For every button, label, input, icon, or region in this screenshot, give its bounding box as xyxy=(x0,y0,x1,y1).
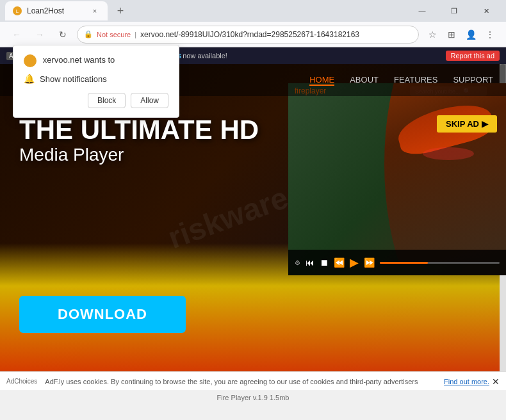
address-actions: ☆ ⊞ 👤 ⋮ xyxy=(424,26,498,43)
notif-favicon-icon xyxy=(24,54,37,67)
notification-buttons: Block Allow xyxy=(24,93,168,108)
hero-subtitle: Media Player xyxy=(19,145,259,165)
progress-bar[interactable] xyxy=(380,262,500,264)
tab-favicon: L xyxy=(13,6,22,15)
tab-close-button[interactable]: × xyxy=(90,6,100,16)
available-text: now available! xyxy=(183,52,227,60)
sunglasses-figure xyxy=(423,147,474,160)
close-button[interactable]: ✕ xyxy=(471,0,501,22)
allow-button[interactable]: Allow xyxy=(131,93,168,108)
url-bar[interactable]: 🔒 Not secure | xervoo.net/-89918UIJO/310… xyxy=(77,26,419,44)
url-text: xervoo.net/-89918UIJO/310kd?rndad=298525… xyxy=(140,30,412,39)
video-thumbnail: fireplayer Search youtube... 🔍 ⚙ ⏮ ⏹ ⏪ ▶… xyxy=(288,83,506,275)
adfly-text: AdF.ly uses cookies. By continuing to br… xyxy=(45,378,441,385)
report-ad-button[interactable]: Report this ad xyxy=(446,51,500,61)
rewind-button[interactable]: ⏮ xyxy=(306,257,314,268)
skip-ad-button[interactable]: SKIP AD ▶ xyxy=(437,115,497,133)
back-button[interactable]: ← xyxy=(8,26,26,44)
download-button[interactable]: DOWNLOAD xyxy=(19,296,186,333)
refresh-button[interactable]: ↻ xyxy=(54,26,72,44)
minimize-button[interactable]: — xyxy=(407,0,437,22)
bookmark-star-button[interactable]: ☆ xyxy=(424,26,441,43)
lock-icon: 🔒 xyxy=(84,30,93,38)
prev-button[interactable]: ⏪ xyxy=(334,257,345,268)
forward-button[interactable]: → xyxy=(31,26,49,44)
stop-button[interactable]: ⏹ xyxy=(320,257,329,268)
settings-icon[interactable]: ⚙ xyxy=(295,259,300,266)
play-button[interactable]: ▶ xyxy=(350,255,359,270)
menu-home[interactable]: HOME xyxy=(309,75,334,86)
window-controls: — ❐ ✕ xyxy=(407,0,501,22)
browser-tab[interactable]: L Loan2Host × xyxy=(5,1,108,20)
hero-section: THE ULTIMATE HD Media Player xyxy=(19,115,259,165)
notification-permission-text: Show notifications xyxy=(40,74,107,84)
page-menu: HOME ABOUT FEATURES SUPPORT xyxy=(309,75,493,86)
not-secure-label: Not secure xyxy=(97,31,131,38)
tab-title: Loan2Host xyxy=(27,6,64,15)
bottom-bar: AdChoices AdF.ly uses cookies. By contin… xyxy=(0,371,506,391)
bookmark-list-button[interactable]: ⊞ xyxy=(443,26,460,43)
account-button[interactable]: 👤 xyxy=(462,26,479,43)
skip-ad-arrow: ▶ xyxy=(482,119,488,129)
hero-title: THE ULTIMATE HD xyxy=(19,115,259,145)
restore-button[interactable]: ❐ xyxy=(439,0,469,22)
status-bar: Fire Player v.1.9 1.5mb xyxy=(0,391,506,403)
next-button[interactable]: ⏩ xyxy=(364,257,375,268)
block-button[interactable]: Block xyxy=(88,93,126,108)
bell-icon: 🔔 xyxy=(24,74,35,84)
notification-popup: xervoo.net wants to 🔔 Show notifications… xyxy=(13,45,179,118)
notification-row: 🔔 Show notifications xyxy=(24,74,168,84)
notification-title: xervoo.net wants to xyxy=(24,54,168,67)
menu-button[interactable]: ⋮ xyxy=(482,26,498,43)
thumbnail-bg xyxy=(288,83,506,275)
close-bar-button[interactable]: ✕ xyxy=(492,376,500,387)
menu-about[interactable]: ABOUT xyxy=(350,75,379,86)
skip-ad-label: SKIP AD xyxy=(446,119,479,129)
progress-fill xyxy=(380,262,428,264)
find-out-link[interactable]: Find out more. xyxy=(444,378,489,385)
new-tab-button[interactable]: + xyxy=(111,2,129,20)
address-bar: ← → ↻ 🔒 Not secure | xervoo.net/-89918UI… xyxy=(0,22,506,47)
title-bar: L Loan2Host × + — ❐ ✕ xyxy=(0,0,506,22)
menu-features[interactable]: FEATURES xyxy=(394,75,437,86)
menu-support[interactable]: SUPPORT xyxy=(453,75,493,86)
status-text: Fire Player v.1.9 1.5mb xyxy=(217,394,290,401)
video-player-controls: ⚙ ⏮ ⏹ ⏪ ▶ ⏩ xyxy=(288,250,506,275)
adchoices-label[interactable]: AdChoices xyxy=(6,378,37,385)
